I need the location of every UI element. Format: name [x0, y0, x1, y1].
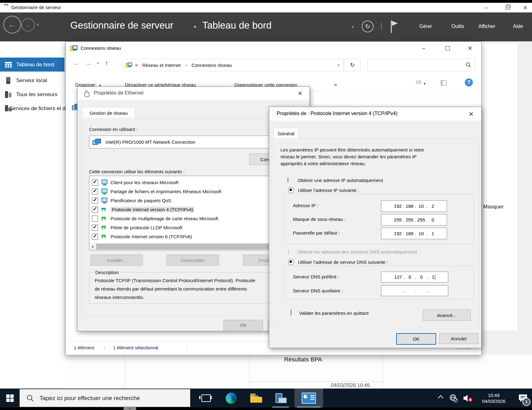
- scroll-down-button[interactable]: ▾: [124, 407, 136, 410]
- nav-history-caret-icon[interactable]: ▾: [97, 61, 99, 66]
- list-item[interactable]: Protocole Internet version 6 (TCP/IPv6): [92, 232, 284, 241]
- restore-button[interactable]: [501, 3, 514, 12]
- nav-history-caret-icon[interactable]: ▾: [37, 22, 39, 27]
- close-button[interactable]: ×: [291, 87, 309, 100]
- taskbar-search[interactable]: Tapez ici pour effectuer une recherche: [20, 389, 190, 407]
- radio-auto-ip[interactable]: [288, 177, 288, 183]
- action-center-button[interactable]: 1: [514, 389, 532, 408]
- horizontal-scrollbar[interactable]: ‹: [89, 243, 285, 250]
- radio-auto-ip-label[interactable]: Obtenir une adresse IP automatiquement: [298, 178, 383, 183]
- search-icon: [26, 394, 34, 402]
- checkbox-checked[interactable]: [92, 198, 98, 204]
- cancel-button[interactable]: Annuler: [439, 333, 478, 344]
- validate-checkbox[interactable]: [291, 310, 291, 315]
- notifications-flag-icon[interactable]: [390, 20, 398, 34]
- close-button[interactable]: ×: [519, 3, 532, 12]
- list-item[interactable]: Planificateur de paquets QoS: [92, 196, 284, 205]
- radio-manual-dns[interactable]: Utiliser l’adresse de serveur DNS suivan…: [286, 258, 390, 266]
- tray-volume-button[interactable]: [460, 389, 475, 408]
- cancel-label: Annuler: [451, 336, 467, 341]
- address-dropdown-icon[interactable]: ▾: [337, 63, 340, 68]
- list-item[interactable]: Protocole de multiplexage de carte résea…: [92, 214, 284, 223]
- forward-button[interactable]: →: [21, 18, 35, 32]
- breadcrumb-network-internet[interactable]: Réseau et Internet: [142, 63, 181, 68]
- preferred-dns-field[interactable]: 127 . 0 . 0 . 1: [381, 272, 448, 282]
- view-caret-icon[interactable]: ▾: [424, 82, 426, 86]
- nav-forward-icon[interactable]: →: [85, 59, 92, 67]
- minimize-button[interactable]: –: [479, 3, 493, 12]
- tray-clock[interactable]: 10:49 04/03/2026: [475, 389, 512, 408]
- list-item[interactable]: Pilote de protocole LLDP Microsoft: [92, 223, 284, 232]
- nav-back-icon[interactable]: ←: [73, 59, 79, 67]
- protocol-icon: [101, 216, 108, 221]
- tray-network-button[interactable]: [447, 389, 460, 408]
- sidebar-item-all-servers[interactable]: Tous les serveurs: [0, 87, 64, 101]
- checkbox-checked[interactable]: [92, 179, 98, 186]
- crumb-chevrons[interactable]: «: [135, 62, 138, 68]
- search-box[interactable]: [367, 59, 475, 71]
- scroll-down-icon: ▾: [129, 407, 130, 410]
- radio-manual-dns-label: Utiliser l’adresse de serveur DNS suivan…: [298, 259, 388, 265]
- menu-tools[interactable]: Outils: [451, 24, 464, 29]
- subnet-mask-value: 255 . 255 . 255 . 0: [394, 217, 434, 222]
- tab-network-management[interactable]: Gestion de réseau: [82, 107, 135, 119]
- checkbox-checked[interactable]: [92, 189, 98, 195]
- checkbox-checked[interactable]: [92, 234, 98, 240]
- close-button[interactable]: ×: [461, 107, 481, 121]
- taskbar-explorer-button[interactable]: [247, 389, 266, 408]
- alternate-dns-field[interactable]: . . .: [381, 285, 448, 296]
- ok-button[interactable]: OK: [224, 320, 263, 330]
- sidebar-item-local-server[interactable]: Serveur local: [0, 73, 64, 87]
- details-view-icon[interactable]: [416, 80, 421, 85]
- list-item[interactable]: Client pour les réseaux Microsoft: [92, 178, 284, 187]
- start-button[interactable]: [0, 389, 20, 408]
- scroll-left-icon[interactable]: ‹: [89, 244, 96, 249]
- toolbar-more-icon[interactable]: »: [334, 82, 337, 88]
- list-item[interactable]: Partage de fichiers et imprimantes Résea…: [92, 187, 284, 196]
- radio-manual-ip[interactable]: Utiliser l’adresse IP suivante :: [286, 186, 361, 194]
- tray-show-hidden-button[interactable]: [434, 389, 447, 408]
- close-button[interactable]: ×: [460, 42, 480, 55]
- taskbar-control-panel-button[interactable]: [294, 389, 323, 408]
- nav-up-icon[interactable]: ↑: [105, 59, 108, 67]
- preview-pane-icon[interactable]: [441, 80, 447, 86]
- sidebar-item-file-services[interactable]: Services de fichiers et de stockage: [0, 101, 64, 115]
- address-bar[interactable]: « Réseau et Internet › Connexions réseau…: [122, 59, 344, 71]
- ip-address-field[interactable]: 192 . 168 . 10 . 2: [381, 200, 447, 212]
- validate-checkbox-label[interactable]: Valider les paramètres en quittant: [299, 310, 369, 316]
- ok-button[interactable]: OK: [396, 333, 436, 345]
- checkbox-checked[interactable]: [92, 207, 98, 213]
- uninstall-button[interactable]: Désinstaller: [167, 254, 219, 266]
- sidebar-item-dashboard[interactable]: Tableau de bord: [0, 58, 64, 72]
- task-view-button[interactable]: [196, 389, 216, 408]
- checkbox-checked[interactable]: [92, 225, 98, 231]
- scrollbar-thumb[interactable]: [96, 244, 280, 249]
- install-button[interactable]: Installer...: [90, 254, 143, 266]
- menu-manage[interactable]: Gérer: [419, 24, 432, 29]
- menu-view[interactable]: Afficher: [478, 24, 495, 29]
- advanced-button[interactable]: Avancé...: [423, 310, 471, 321]
- taskbar-server-manager-button[interactable]: [270, 389, 291, 408]
- help-icon[interactable]: ?: [465, 78, 473, 86]
- maximize-button[interactable]: [438, 42, 457, 55]
- tab-general[interactable]: Général: [273, 128, 299, 139]
- edge-icon: [226, 393, 237, 404]
- taskbar-edge-button[interactable]: [222, 389, 241, 408]
- clock-date: 04/03/2026: [482, 398, 505, 404]
- back-button[interactable]: ←: [3, 16, 21, 34]
- hide-link[interactable]: Masquer: [483, 204, 504, 210]
- default-gateway-field[interactable]: 192 . 168 . 10 . 1: [381, 228, 447, 239]
- breadcrumb-network-connections[interactable]: Connexions réseau: [191, 63, 232, 68]
- refresh-button[interactable]: ↻: [362, 21, 374, 32]
- refresh-button[interactable]: ↻: [344, 59, 361, 71]
- protocol-icon: [101, 234, 108, 239]
- header-caret-icon[interactable]: ▾: [352, 24, 354, 29]
- list-item-selected[interactable]: Protocole Internet version 4 (TCP/IPv4): [92, 205, 284, 214]
- subnet-mask-field[interactable]: 255 . 255 . 255 . 0: [381, 214, 447, 226]
- minimize-icon: –: [422, 45, 425, 52]
- ok-label: OK: [413, 336, 420, 342]
- file-sharing-icon: [101, 189, 108, 195]
- menu-help[interactable]: Aide: [513, 24, 523, 29]
- checkbox-unchecked[interactable]: [92, 216, 98, 222]
- minimize-button[interactable]: –: [414, 42, 433, 55]
